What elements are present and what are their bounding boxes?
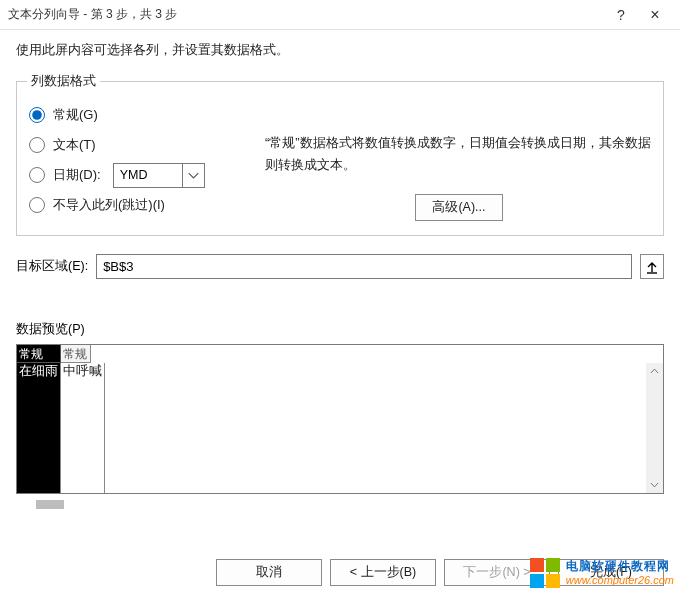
advanced-button[interactable]: 高级(A)... (415, 194, 502, 221)
preview-cell-1[interactable]: 在细雨 (17, 363, 61, 493)
preview-col-header-2[interactable]: 常规 (61, 345, 91, 363)
radio-general-row[interactable]: 常规(G) (27, 100, 257, 130)
preview-label: 数据预览(P) (16, 321, 664, 338)
radio-text[interactable] (29, 137, 45, 153)
vertical-scrollbar[interactable] (646, 363, 663, 493)
preview-col-header-1[interactable]: 常规 (17, 345, 61, 363)
collapse-dialog-icon (645, 260, 659, 274)
preview-box: 常规 常规 在细雨 中呼喊 (16, 344, 664, 494)
destination-label: 目标区域(E): (16, 258, 88, 275)
help-button[interactable]: ? (604, 1, 638, 29)
dialog-footer: 取消 < 上一步(B) 下一步(N) > 完成(F) (16, 559, 664, 586)
radio-text-label: 文本(T) (53, 136, 96, 154)
scroll-up-icon[interactable] (646, 363, 663, 380)
title-bar: 文本分列向导 - 第 3 步，共 3 步 ? × (0, 0, 680, 30)
next-button: 下一步(N) > (444, 559, 550, 586)
instruction-text: 使用此屏内容可选择各列，并设置其数据格式。 (16, 42, 664, 59)
horizontal-scroll-thumb[interactable] (36, 500, 64, 509)
format-description: “常规”数据格式将数值转换成数字，日期值会转换成日期，其余数据则转换成文本。 (265, 132, 653, 176)
radio-skip-label: 不导入此列(跳过)(I) (53, 196, 165, 214)
destination-input[interactable] (96, 254, 632, 279)
finish-button[interactable]: 完成(F) (558, 559, 664, 586)
horizontal-scrollbar[interactable] (16, 498, 664, 511)
column-format-legend: 列数据格式 (27, 73, 100, 90)
column-format-group: 列数据格式 常规(G) 文本(T) 日期(D): YMD (16, 73, 664, 236)
window-title: 文本分列向导 - 第 3 步，共 3 步 (8, 6, 604, 23)
radio-date-label: 日期(D): (53, 166, 101, 184)
back-button[interactable]: < 上一步(B) (330, 559, 436, 586)
radio-general[interactable] (29, 107, 45, 123)
radio-date[interactable] (29, 167, 45, 183)
radio-skip-row[interactable]: 不导入此列(跳过)(I) (27, 190, 257, 220)
range-picker-button[interactable] (640, 254, 664, 279)
preview-body: 在细雨 中呼喊 (17, 363, 663, 493)
date-format-select[interactable]: YMD (113, 163, 205, 188)
scroll-down-icon[interactable] (646, 476, 663, 493)
preview-cell-2[interactable]: 中呼喊 (61, 363, 105, 493)
radio-text-row[interactable]: 文本(T) (27, 130, 257, 160)
radio-general-label: 常规(G) (53, 106, 98, 124)
radio-date-row[interactable]: 日期(D): YMD (27, 160, 257, 190)
cancel-button[interactable]: 取消 (216, 559, 322, 586)
close-button[interactable]: × (638, 1, 672, 29)
radio-skip[interactable] (29, 197, 45, 213)
preview-header: 常规 常规 (17, 345, 663, 363)
